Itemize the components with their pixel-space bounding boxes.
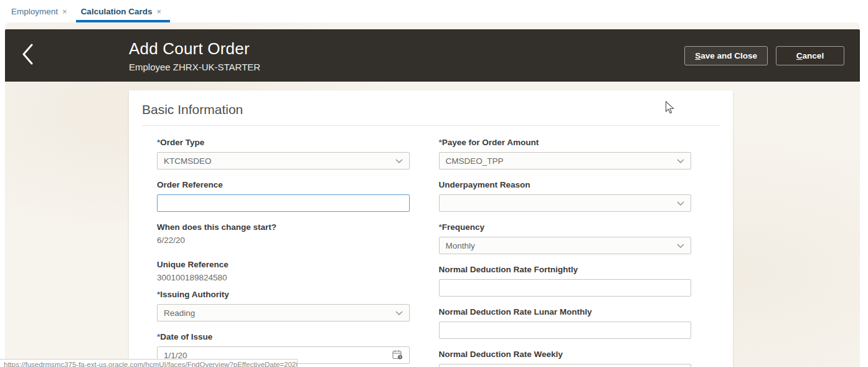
field-order-type: *Order Type KTCMSDEO	[157, 137, 410, 169]
field-underpayment-reason: Underpayment Reason	[439, 179, 692, 212]
tab-label: Employment	[11, 7, 58, 16]
readonly-value: 6/22/20	[157, 235, 410, 246]
field-order-reference: Order Reference	[157, 179, 410, 212]
chevron-left-icon	[22, 44, 34, 67]
field-ndr-fortnightly: Normal Deduction Rate Fortnightly	[439, 264, 692, 297]
field-label: *Order Type	[157, 137, 410, 148]
order-type-select[interactable]: KTCMSDEO	[157, 152, 410, 169]
close-icon[interactable]: ×	[156, 7, 161, 16]
payee-select[interactable]: CMSDEO_TPP	[439, 152, 692, 169]
close-icon[interactable]: ×	[62, 7, 67, 16]
page-header: Add Court Order Employee ZHRX-UK-STARTER…	[5, 29, 860, 82]
chevron-down-icon	[395, 159, 403, 163]
form-column-left: *Order Type KTCMSDEO Order Reference Whe…	[157, 137, 410, 367]
form-grid: *Order Type KTCMSDEO Order Reference Whe…	[157, 137, 691, 367]
title-block: Add Court Order Employee ZHRX-UK-STARTER	[129, 39, 260, 72]
field-frequency: *Frequency Monthly	[439, 222, 692, 254]
selected-value: KTCMSDEO	[164, 156, 212, 166]
chevron-down-icon	[677, 244, 684, 248]
chevron-down-icon	[395, 311, 403, 315]
field-label: Order Reference	[157, 179, 410, 191]
order-reference-input[interactable]	[157, 194, 410, 212]
field-issuing-authority: *Issuing Authority Reading	[157, 289, 410, 322]
field-label: Normal Deduction Rate Fortnightly	[439, 264, 692, 275]
basic-information-card: Basic Information *Order Type KTCMSDEO O…	[129, 90, 733, 367]
field-ndr-weekly: Normal Deduction Rate Weekly	[439, 349, 692, 367]
cancel-button[interactable]: Cancel	[776, 46, 844, 65]
selected-value: Reading	[164, 308, 195, 318]
frequency-select[interactable]: Monthly	[439, 237, 692, 254]
field-payee-for-order-amount: *Payee for Order Amount CMSDEO_TPP	[439, 137, 692, 169]
tab-employment[interactable]: Employment ×	[6, 0, 76, 22]
page-panel: Add Court Order Employee ZHRX-UK-STARTER…	[5, 22, 860, 367]
chevron-down-icon	[677, 201, 684, 206]
field-label: Underpayment Reason	[439, 179, 692, 191]
selected-value: Monthly	[446, 241, 475, 250]
ndr-weekly-input[interactable]	[439, 364, 692, 367]
form-column-right: *Payee for Order Amount CMSDEO_TPP Under…	[439, 137, 692, 367]
field-label: *Date of Issue	[157, 331, 410, 343]
tab-calculation-cards[interactable]: Calculation Cards ×	[76, 0, 170, 22]
field-label: Normal Deduction Rate Weekly	[439, 349, 692, 360]
field-label: *Issuing Authority	[157, 289, 410, 300]
ndr-fortnightly-input[interactable]	[439, 279, 692, 297]
field-label: When does this change start?	[157, 222, 410, 233]
field-label: *Payee for Order Amount	[439, 137, 692, 148]
open-tab-bar: Employment × Calculation Cards ×	[0, 0, 868, 22]
page-title: Add Court Order	[129, 39, 260, 59]
section-divider	[142, 125, 720, 126]
field-label: Normal Deduction Rate Lunar Monthly	[439, 307, 692, 318]
field-label: Unique Reference	[157, 259, 410, 270]
selected-value: CMSDEO_TPP	[446, 156, 504, 166]
issuing-authority-select[interactable]: Reading	[157, 304, 410, 322]
tab-label: Calculation Cards	[81, 7, 153, 16]
chevron-down-icon	[677, 159, 684, 163]
field-ndr-lunar-monthly: Normal Deduction Rate Lunar Monthly	[439, 307, 692, 339]
section-title: Basic Information	[142, 102, 720, 117]
page-subtitle: Employee ZHRX-UK-STARTER	[129, 62, 260, 72]
underpayment-reason-select[interactable]	[439, 194, 692, 212]
readonly-value: 300100189824580	[157, 272, 410, 284]
back-button[interactable]	[5, 29, 50, 82]
calendar-clock-icon[interactable]	[392, 350, 403, 361]
field-unique-reference: Unique Reference 300100189824580	[157, 259, 410, 284]
field-label: *Frequency	[439, 222, 692, 233]
header-actions: Save and Close Cancel	[684, 46, 844, 65]
status-url-tooltip: https://fusedrmsmc375-fa-ext-us.oracle.c…	[0, 359, 298, 367]
field-change-start: When does this change start? 6/22/20	[157, 222, 410, 246]
ndr-lunar-monthly-input[interactable]	[439, 322, 692, 339]
save-and-close-button[interactable]: Save and Close	[684, 46, 768, 65]
